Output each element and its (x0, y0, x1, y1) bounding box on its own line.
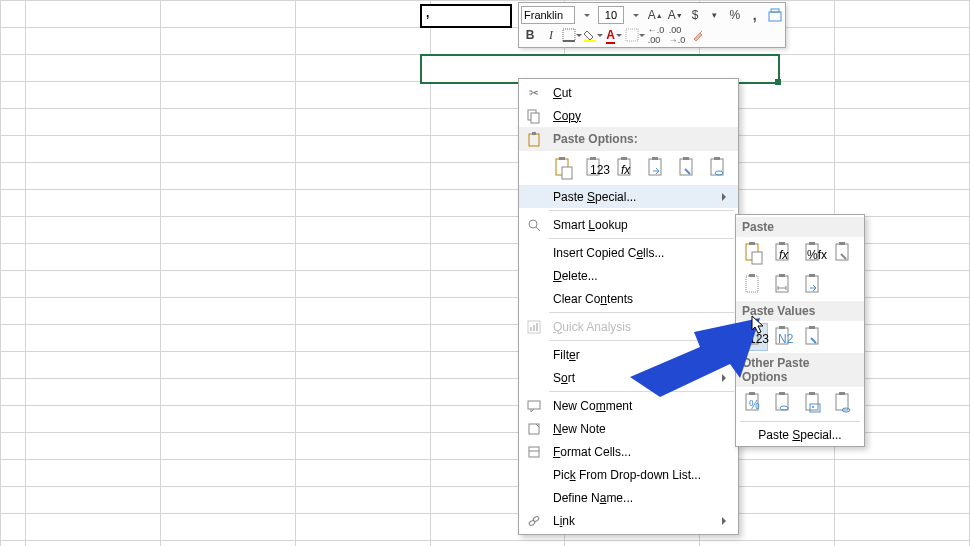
sub-paste-formulas-num-button[interactable]: %fx (800, 239, 828, 267)
accounting-format-icon[interactable]: $ (687, 6, 704, 24)
format-cells-icon (523, 443, 545, 461)
separator (549, 210, 734, 211)
sub-paste-noborders-button[interactable] (740, 271, 768, 299)
separator (740, 421, 860, 422)
sub-picture-button[interactable] (800, 389, 828, 417)
define-name-item[interactable]: Define Name... (519, 486, 738, 509)
clear-contents-item[interactable]: Clear Contents (519, 287, 738, 310)
svg-rect-56 (749, 326, 755, 329)
svg-text:%fx: %fx (807, 248, 827, 262)
comma-style-icon[interactable]: , (746, 6, 763, 24)
paste-options-row: 123 fx (519, 151, 738, 185)
border-style-icon[interactable] (626, 26, 644, 44)
sub-linked-picture-button[interactable] (830, 389, 858, 417)
svg-rect-61 (806, 328, 818, 344)
fill-handle[interactable] (775, 79, 781, 85)
svg-rect-45 (809, 242, 815, 245)
sub-formatting-button[interactable]: % (740, 389, 768, 417)
font-size-dropdown[interactable] (627, 6, 644, 24)
sub-values-button[interactable]: 123 (740, 323, 768, 351)
separator (549, 238, 734, 239)
format-cells-item[interactable]: Format Cells... (519, 440, 738, 463)
cell-with-value[interactable]: , (420, 4, 512, 28)
bold-icon[interactable]: B (521, 26, 539, 44)
increase-decimal-icon[interactable]: ←.0.00 (647, 26, 665, 44)
percent-format-icon[interactable]: % (726, 6, 743, 24)
svg-rect-7 (531, 113, 539, 123)
paste-values-button[interactable]: 123 (582, 154, 607, 182)
svg-text:N2: N2 (778, 332, 794, 346)
svg-rect-23 (711, 159, 723, 175)
decrease-decimal-icon[interactable]: .00→.0 (668, 26, 686, 44)
svg-rect-67 (779, 392, 785, 395)
mini-toolbar: A▲ A▼ $ ▾ % , B I A ←.0.00 .00→.0 (518, 2, 786, 48)
sub-paste-all-button[interactable] (740, 239, 768, 267)
clear-label: Clear Contents (553, 292, 730, 306)
svg-rect-29 (530, 327, 532, 331)
copy-item[interactable]: Copy (519, 104, 738, 127)
sub-values-source-button[interactable] (800, 323, 828, 351)
svg-rect-62 (809, 326, 815, 329)
delete-item[interactable]: Delete... (519, 264, 738, 287)
decrease-font-icon[interactable]: A▼ (667, 6, 684, 24)
sub-paste-special-link[interactable]: Paste Special... (740, 424, 860, 444)
pick-from-list-item[interactable]: Pick From Drop-down List... (519, 463, 738, 486)
paste-link-button[interactable] (707, 154, 732, 182)
svg-rect-47 (836, 244, 848, 260)
copy-icon (523, 107, 545, 125)
filter-label: Filter (553, 348, 714, 362)
svg-rect-21 (680, 159, 692, 175)
sub-paste-keep-source-button[interactable] (830, 239, 858, 267)
svg-rect-22 (683, 157, 689, 160)
svg-rect-19 (649, 159, 661, 175)
font-color-icon[interactable]: A (605, 26, 623, 44)
paste-formatting-button[interactable] (676, 154, 701, 182)
font-size-input[interactable] (598, 6, 624, 24)
paste-formulas-button[interactable]: fx (613, 154, 638, 182)
comment-icon (523, 397, 545, 415)
cut-item[interactable]: ✂ Cut (519, 81, 738, 104)
sub-paste-link-button[interactable] (770, 389, 798, 417)
borders-icon[interactable] (563, 26, 581, 44)
paste-header: Paste (736, 217, 864, 237)
sub-paste-colwidths-button[interactable] (770, 271, 798, 299)
sub-paste-transpose-button[interactable] (800, 271, 828, 299)
paste-all-button[interactable] (551, 154, 576, 182)
sub-paste-formulas-button[interactable]: fx (770, 239, 798, 267)
link-item[interactable]: Link (519, 509, 738, 532)
insert-cells-item[interactable]: Insert Copied Cells... (519, 241, 738, 264)
sub-values-num-button[interactable]: N2 (770, 323, 798, 351)
svg-rect-50 (749, 274, 755, 277)
sort-item[interactable]: Sort (519, 366, 738, 389)
clear-format-icon[interactable] (689, 26, 707, 44)
font-name-dropdown[interactable] (578, 6, 595, 24)
new-comment-label: New Comment (553, 399, 730, 413)
search-icon (523, 216, 545, 234)
svg-text:%: % (749, 398, 760, 412)
svg-rect-54 (809, 274, 815, 277)
quick-analysis-icon (523, 318, 545, 336)
svg-text:123: 123 (749, 332, 769, 346)
font-name-input[interactable] (521, 6, 575, 24)
increase-font-icon[interactable]: A▲ (647, 6, 664, 24)
percent-thousands-icon[interactable]: ▾ (706, 6, 723, 24)
svg-rect-49 (746, 276, 758, 292)
new-note-item[interactable]: New Note (519, 417, 738, 440)
paste-special-label: Paste Special... (553, 190, 714, 204)
paste-special-item[interactable]: Paste Special... (519, 185, 738, 208)
new-comment-item[interactable]: New Comment (519, 394, 738, 417)
quick-analysis-label: Quick Analysis (553, 320, 730, 334)
insert-cells-label: Insert Copied Cells... (553, 246, 730, 260)
paste-transpose-button[interactable] (645, 154, 670, 182)
svg-rect-4 (584, 40, 596, 42)
smart-lookup-item[interactable]: Smart Lookup (519, 213, 738, 236)
svg-rect-1 (771, 9, 779, 12)
format-painter-icon[interactable] (766, 6, 783, 24)
filter-item[interactable]: Filter (519, 343, 738, 366)
context-menu: ✂ Cut Copy Paste Options: 123 fx Paste S… (518, 78, 739, 535)
fill-color-icon[interactable] (584, 26, 602, 44)
separator (549, 340, 734, 341)
svg-rect-66 (776, 394, 788, 410)
svg-point-37 (532, 515, 539, 521)
italic-icon[interactable]: I (542, 26, 560, 44)
